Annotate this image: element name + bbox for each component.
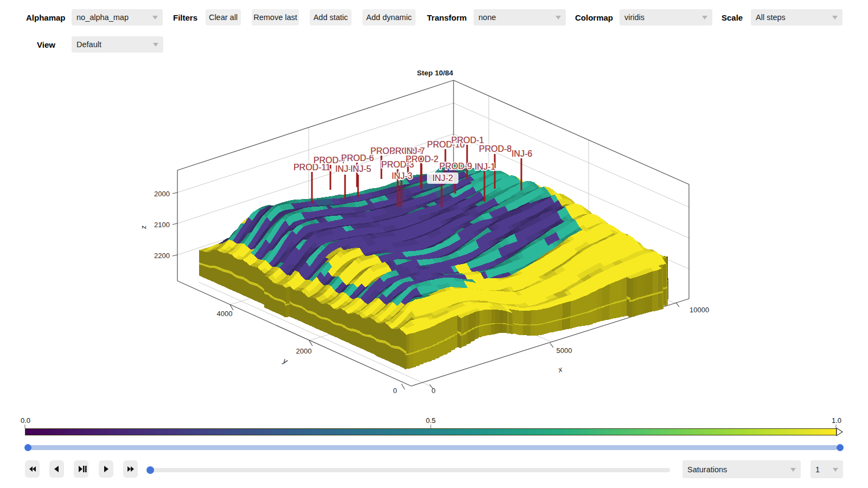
svg-text:0: 0 [393,387,397,395]
svg-text:5000: 5000 [557,346,572,355]
svg-text:2000: 2000 [296,347,312,355]
svg-text:2200: 2200 [154,252,170,260]
svg-text:INJ-6: INJ-6 [512,149,532,158]
svg-text:4000: 4000 [217,310,233,318]
svg-text:PROD-2: PROD-2 [406,155,439,164]
svg-text:x: x [557,364,564,374]
svg-text:INJ-2: INJ-2 [432,174,453,183]
svg-text:z: z [139,226,148,229]
svg-text:2000: 2000 [154,190,170,198]
svg-text:INJ-1: INJ-1 [475,162,495,171]
svg-text:PROD-6: PROD-6 [341,153,374,163]
svg-text:0: 0 [431,387,435,395]
svg-text:PROD-9: PROD-9 [439,162,473,171]
svg-text:2100: 2100 [154,221,170,229]
svg-text:y: y [282,356,290,365]
svg-text:INJ-5: INJ-5 [350,164,371,174]
svg-text:PROD-1: PROD-1 [451,136,484,145]
svg-text:PROD-8: PROD-8 [479,144,512,153]
svg-text:10000: 10000 [690,306,709,314]
svg-text:INJ-3: INJ-3 [392,171,412,181]
svg-text:Step 10/84: Step 10/84 [417,69,454,77]
